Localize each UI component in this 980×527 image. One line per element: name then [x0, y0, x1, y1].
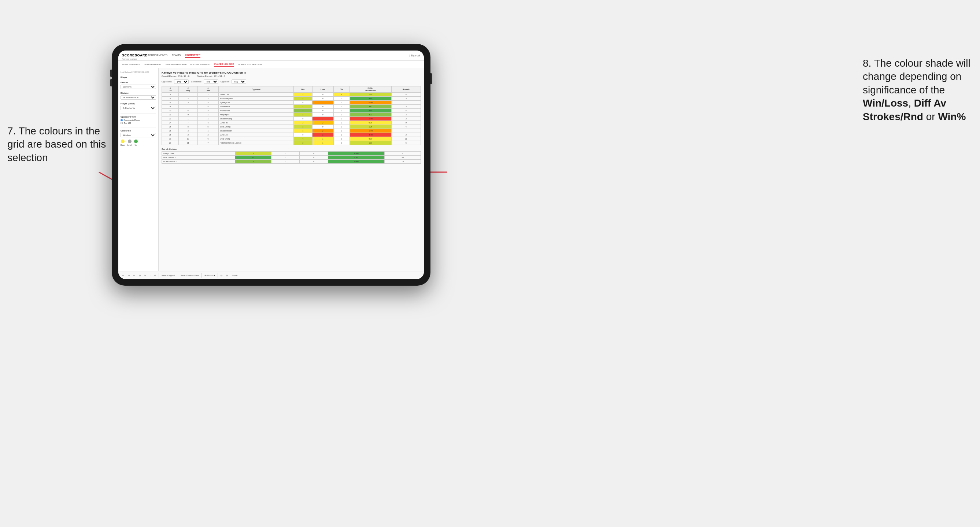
toolbar-undo[interactable]: ↩ [121, 273, 125, 277]
toolbar-dot[interactable]: · [149, 274, 152, 277]
cell-reg: 11 [179, 141, 197, 145]
cell-tie: 0 [333, 105, 350, 109]
sidebar-gender-select[interactable]: Women's [121, 84, 156, 89]
cell-loss: 3 [312, 133, 333, 137]
sidebar-opponent-view-label: Opponent view [121, 116, 156, 118]
filter-opponents-label: Opponents: [162, 81, 172, 83]
cell-win: 2 [294, 121, 312, 125]
filter-opponent-label: Opponent [221, 81, 229, 83]
col-win: Win [294, 86, 312, 93]
sidebar: Last Updated: 27/03/2024 16:55:38 Player… [118, 68, 159, 271]
annotation-left: 7. The colours in the grid are based on … [7, 124, 110, 164]
ood-cell-tie: 0 [300, 160, 328, 164]
cell-loss: 1 [312, 101, 333, 105]
power-button[interactable] [431, 73, 432, 84]
tab-player-h2h-grid[interactable]: PLAYER H2H GRID [214, 62, 234, 67]
cell-tie: 0 [333, 133, 350, 137]
cell-div: 20 [162, 141, 179, 145]
cell-reg: 7 [179, 121, 197, 125]
cell-tie: 0 [333, 101, 350, 105]
cell-win: 2 [294, 141, 312, 145]
col-opponent: Opponent [219, 86, 294, 93]
toolbar-watch[interactable]: 👁 Watch ▾ [203, 273, 216, 277]
sidebar-colour-select[interactable]: Win/loss [121, 133, 156, 137]
sidebar-player-rank-select[interactable]: 8. Katelyn Vo [121, 106, 156, 110]
toolbar-redo2[interactable]: ↩ [132, 273, 136, 277]
nav-tournaments[interactable]: TOURNAMENTS [148, 53, 167, 58]
cell-reg: 8 [179, 125, 197, 129]
volume-up-button[interactable] [110, 70, 112, 77]
toolbar-redo1[interactable]: ↪ [127, 273, 131, 277]
sidebar-radio-group: Opponents Played Top 100 [121, 119, 156, 124]
sidebar-division-select[interactable]: NCAA Division III [121, 95, 156, 100]
cell-name: Esther Lee [219, 93, 294, 97]
volume-down-button[interactable] [110, 79, 112, 86]
tab-team-h2h-heatmap[interactable]: TEAM H2H HEATMAP [164, 63, 187, 66]
cell-loss: 0 [312, 97, 333, 101]
tab-team-h2h-grid[interactable]: TEAM H2H GRID [143, 63, 161, 66]
cell-win: 1 [294, 113, 312, 117]
col-rounds: Rounds [391, 86, 421, 93]
cell-loss: 0 [312, 109, 333, 113]
ood-cell-diff: 9.267 [328, 156, 384, 160]
table-row: 20 11 7 Federica Domecq Lacroze 2 1 0 1.… [162, 141, 421, 145]
toolbar-save-custom-view[interactable]: Save Custom View [180, 274, 200, 277]
toolbar-sep4 [218, 273, 218, 278]
sidebar-player-section: Player [121, 76, 156, 78]
cell-reg: 3 [179, 129, 197, 133]
cell-name: Sharon Mun [219, 105, 294, 109]
cell-conf: 1 [197, 113, 218, 117]
cell-conf: 2 [197, 133, 218, 137]
nav-committee[interactable]: COMMITTEE [185, 53, 200, 58]
cell-diff: 1.25 [350, 125, 391, 129]
ood-cell-loss: 0 [272, 156, 300, 160]
filter-conference-select[interactable]: (All) [204, 79, 218, 84]
toolbar-icon1[interactable]: ⊡ [220, 273, 223, 277]
filter-opponent-select[interactable]: (All) [232, 79, 246, 84]
table-row: 15 8 5 Stella Cheng 1 0 0 1.25 4 [162, 125, 421, 129]
cell-reg: 9 [179, 113, 197, 117]
table-row: 11 9 1 Heejo Hyun 1 0 0 3.33 3 [162, 113, 421, 117]
sidebar-radio-played[interactable]: Opponents Played [121, 119, 156, 121]
cell-rounds: 11 [391, 137, 421, 141]
cell-conf: 3 [197, 109, 218, 113]
table-row: 16 3 1 Jessica Mason 1 2 0 -0.94 [162, 129, 421, 133]
cell-win: 1 [294, 125, 312, 129]
cell-diff: 3.33 [350, 113, 391, 117]
cell-name: Alexis Sudjianto [219, 97, 294, 101]
toolbar-share[interactable]: Share [231, 274, 239, 277]
sidebar-timestamp: Last Updated: 27/03/2024 16:55:38 [121, 71, 156, 73]
nav-teams[interactable]: TEAMS [172, 53, 181, 58]
nav-sign-out[interactable]: | Sign out [410, 54, 420, 57]
radio-opponents-played[interactable] [121, 119, 123, 121]
colour-dot-down [121, 140, 124, 143]
cell-name: Eunice Yi [219, 121, 294, 125]
toolbar-view-original[interactable]: View: Original [161, 274, 176, 277]
cell-div: 10 [162, 109, 179, 113]
filter-opponents-select[interactable]: (All) [174, 79, 189, 84]
tab-player-h2h-heatmap[interactable]: PLAYER H2H HEATMAP [238, 63, 262, 66]
tab-player-summary[interactable]: PLAYER SUMMARY [190, 63, 210, 66]
cell-tie: 0 [333, 141, 350, 145]
tab-team-summary[interactable]: TEAM SUMMARY [122, 63, 140, 66]
cell-tie: 0 [333, 137, 350, 141]
sidebar-opponent-view-section: Opponent view Opponents Played Top 100 [121, 116, 156, 124]
colour-legend: Down Level Up [121, 140, 156, 146]
cell-reg: 1 [179, 117, 197, 121]
cell-loss: 2 [312, 129, 333, 133]
overall-record: Overall Record: 353 - 34 - 6 [162, 75, 189, 77]
toolbar-sep2 [178, 273, 178, 278]
toolbar-icon2[interactable]: ⊠ [225, 273, 229, 277]
radio-top100[interactable] [121, 122, 123, 124]
cell-loss: 1 [312, 141, 333, 145]
toolbar-cut[interactable]: ✂ [143, 273, 147, 277]
cell-name: Sydney Kuo [219, 101, 294, 105]
colour-dot-up [134, 140, 138, 143]
sidebar-radio-top100[interactable]: Top 100 [121, 122, 156, 124]
toolbar-grid[interactable]: ⊞ [138, 273, 142, 277]
cell-conf: 3 [197, 101, 218, 105]
table-row: 5 2 2 Alexis Sudjianto 1 0 0 4.00 3 [162, 97, 421, 101]
cell-name: Stella Cheng [219, 125, 294, 129]
toolbar-clock[interactable]: ⊕ [153, 273, 157, 277]
cell-win: 1 [294, 105, 312, 109]
